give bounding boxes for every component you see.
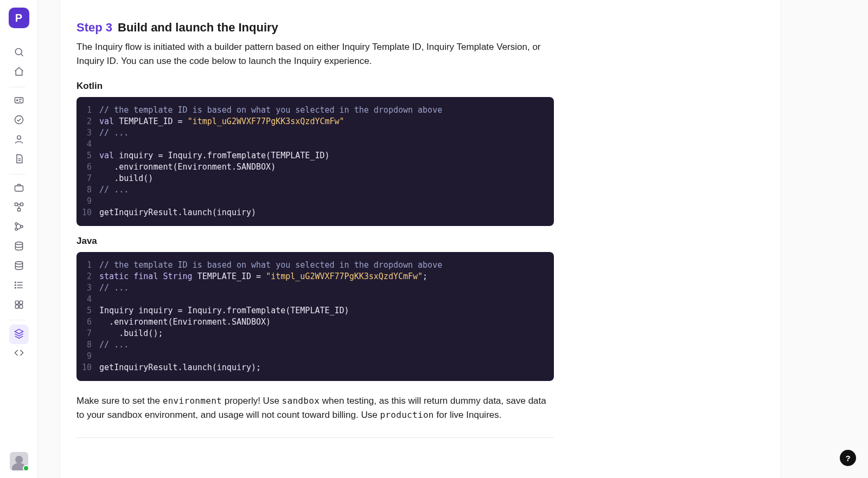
svg-point-15 (15, 228, 17, 230)
code-line (99, 351, 442, 362)
briefcase-icon (14, 182, 24, 195)
line-number: 2 (82, 116, 99, 127)
line-number: 9 (82, 196, 99, 207)
line-number: 6 (82, 162, 99, 173)
line-number: 5 (82, 150, 99, 162)
step-title: Build and launch the Inquiry (118, 21, 278, 34)
line-number: 3 (82, 127, 99, 139)
svg-point-18 (15, 262, 22, 264)
svg-rect-12 (20, 203, 23, 206)
svg-point-23 (15, 285, 16, 286)
line-number: 8 (82, 184, 99, 196)
svg-point-22 (15, 282, 16, 283)
database-icon (14, 241, 24, 254)
home-icon (14, 66, 24, 79)
code-line: static final String TEMPLATE_ID = "itmpl… (99, 271, 442, 282)
code-line: getInquiryResult.launch(inquiry); (99, 362, 442, 373)
sidebar-item-apps[interactable] (9, 296, 29, 315)
svg-rect-10 (15, 186, 23, 191)
doc-panel: Step 3Build and launch the Inquiry The I… (60, 0, 781, 478)
svg-rect-13 (17, 209, 20, 211)
line-number: 10 (82, 207, 99, 218)
layers-icon (14, 328, 24, 341)
sidebar-item-code[interactable] (9, 344, 29, 364)
code-line: getInquiryResult.launch(inquiry) (99, 207, 442, 218)
env-note: Make sure to set the environment properl… (76, 394, 554, 423)
sidebar-item-branch[interactable] (9, 218, 29, 237)
step-tag: Step 3 (76, 21, 112, 34)
code-line: val TEMPLATE_ID = "itmpl_uG2WVXF77PgKK3s… (99, 116, 442, 127)
code-line: // ... (99, 339, 442, 351)
code-line: // ... (99, 127, 442, 139)
code-block-java[interactable]: 1// the template ID is based on what you… (76, 252, 554, 381)
help-button[interactable]: ? (840, 450, 856, 466)
step-description: The Inquiry flow is initiated with a bui… (76, 40, 554, 69)
code-line: .environment(Environment.SANDBOX) (99, 162, 442, 173)
step-heading: Step 3Build and launch the Inquiry (76, 21, 554, 35)
sidebar-item-db1[interactable] (9, 237, 29, 257)
line-number: 4 (82, 139, 99, 150)
inline-code-environment: environment (163, 396, 222, 406)
sidebar-item-user[interactable] (9, 131, 29, 150)
user-avatar[interactable] (10, 447, 28, 470)
card-icon (14, 95, 24, 108)
line-number: 4 (82, 294, 99, 305)
sidebar-item-home[interactable] (9, 63, 29, 82)
svg-rect-26 (19, 301, 22, 304)
code-icon (14, 347, 24, 360)
sidebar-item-layers[interactable] (9, 325, 29, 344)
app-logo[interactable]: P (9, 8, 29, 28)
line-number: 1 (82, 260, 99, 271)
line-number: 1 (82, 105, 99, 116)
document-icon (14, 153, 24, 166)
presence-indicator (23, 465, 29, 471)
code-block-kotlin[interactable]: 1// the template ID is based on what you… (76, 97, 554, 226)
sidebar: P (0, 0, 38, 478)
search-icon (14, 47, 24, 60)
inline-code-production: production (380, 410, 433, 420)
code-line: .environment(Environment.SANDBOX) (99, 316, 442, 328)
section-divider (76, 437, 554, 438)
sidebar-item-search[interactable] (9, 43, 29, 63)
svg-rect-25 (15, 301, 18, 304)
sidebar-divider (9, 320, 25, 320)
line-number: 7 (82, 328, 99, 339)
svg-line-1 (21, 54, 23, 56)
check-circle-icon (14, 114, 24, 127)
sidebar-item-list[interactable] (9, 276, 29, 296)
sidebar-item-check[interactable] (9, 111, 29, 131)
grid-icon (14, 299, 24, 312)
svg-rect-27 (15, 305, 18, 308)
code-line: // the template ID is based on what you … (99, 105, 442, 116)
svg-point-0 (15, 48, 22, 55)
code-lang-heading: Java (76, 236, 554, 247)
code-line: val inquiry = Inquiry.fromTemplate(TEMPL… (99, 150, 442, 162)
svg-point-3 (16, 100, 17, 101)
nodes-icon (14, 202, 24, 215)
sidebar-item-briefcase[interactable] (9, 179, 29, 198)
code-lang-heading: Kotlin (76, 81, 554, 92)
line-number: 3 (82, 282, 99, 294)
svg-point-7 (17, 135, 21, 139)
svg-point-24 (15, 287, 16, 288)
code-line: // the template ID is based on what you … (99, 260, 442, 271)
line-number: 5 (82, 305, 99, 316)
branch-icon (14, 221, 24, 234)
svg-rect-28 (19, 305, 22, 308)
sidebar-item-nodes[interactable] (9, 198, 29, 218)
code-line: .build(); (99, 328, 442, 339)
sidebar-item-card[interactable] (9, 92, 29, 111)
line-number: 6 (82, 316, 99, 328)
sidebar-item-db2[interactable] (9, 257, 29, 276)
svg-point-14 (15, 223, 17, 225)
svg-point-17 (15, 242, 22, 245)
list-icon (14, 280, 24, 293)
code-line (99, 294, 442, 305)
svg-rect-2 (15, 98, 23, 103)
code-line: Inquiry inquiry = Inquiry.fromTemplate(T… (99, 305, 442, 316)
line-number: 2 (82, 271, 99, 282)
line-number: 7 (82, 173, 99, 184)
sidebar-item-doc[interactable] (9, 150, 29, 170)
line-number: 10 (82, 362, 99, 373)
code-line: // ... (99, 184, 442, 196)
